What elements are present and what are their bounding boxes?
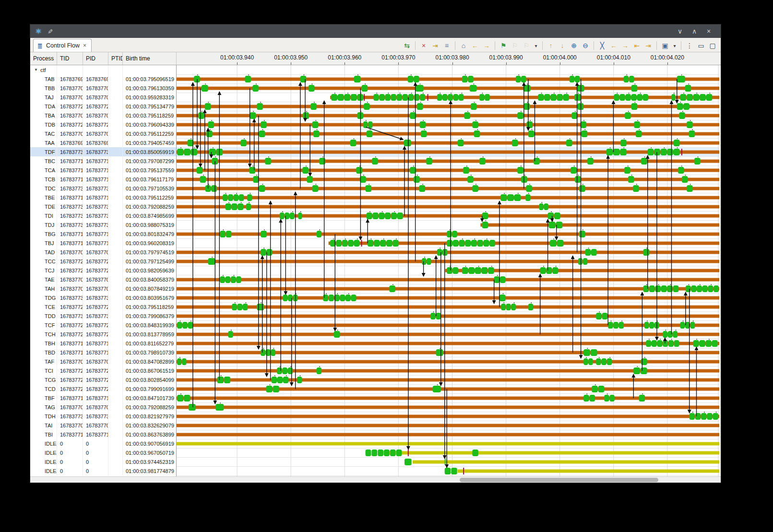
- table-row[interactable]: TAJ16783770716783770701:00:03.959283319: [30, 93, 176, 102]
- table-row[interactable]: TBC16783771016783771001:00:03.797087299: [30, 156, 176, 166]
- birth-time-cell: 01:00:03.811652279: [123, 339, 177, 348]
- table-row[interactable]: TAH16783770516783770501:00:03.807849219: [30, 284, 176, 293]
- zoom-in-button[interactable]: ⊕: [569, 41, 579, 50]
- maximize-view-button[interactable]: ▢: [707, 41, 718, 50]
- table-row[interactable]: TCG16783772416783772401:00:03.802854099: [30, 375, 176, 384]
- scrollbar-thumb[interactable]: [460, 478, 658, 482]
- table-row[interactable]: TCJ16783772716783772701:00:03.982059639: [30, 266, 176, 275]
- time-graph-canvas[interactable]: [177, 65, 719, 476]
- table-row[interactable]: TCC16783772016783772001:00:03.797125499: [30, 257, 176, 266]
- trace-group-row[interactable]: ▼ctf: [30, 65, 176, 74]
- table-row[interactable]: TDD16783773116783773101:00:03.799086379: [30, 311, 176, 320]
- previous-marker-button[interactable]: ⚐: [510, 41, 520, 50]
- select-next-state-change-button[interactable]: →: [481, 41, 492, 50]
- process-name: TDG: [30, 293, 57, 302]
- prev-event-button[interactable]: ⇤: [631, 41, 642, 50]
- select-prev-state-change-button[interactable]: ←: [470, 41, 480, 50]
- table-row[interactable]: TBF16783771316783771301:00:03.847101739: [30, 393, 176, 402]
- reset-time-scale-button[interactable]: ⌂: [458, 41, 469, 50]
- optimize-button[interactable]: ⇆: [402, 41, 412, 50]
- table-row[interactable]: TDH16783773516783773501:00:03.821927979: [30, 412, 176, 421]
- hide-arrows-button[interactable]: ╳: [597, 41, 607, 50]
- new-view-button[interactable]: ▣: [660, 41, 670, 50]
- tid-cell: 167837703: [57, 357, 83, 366]
- column-header-tid[interactable]: TID: [57, 52, 83, 65]
- move-up-button[interactable]: ↑: [546, 41, 556, 50]
- table-row[interactable]: TBG16783771416783771401:00:03.801832479: [30, 229, 176, 238]
- maximize-window-button[interactable]: ∧: [687, 27, 702, 35]
- pin-icon[interactable]: ✎: [47, 29, 54, 34]
- process-name: TBD: [30, 348, 57, 357]
- move-down-button[interactable]: ↓: [557, 41, 568, 50]
- process-name: TDI: [30, 211, 57, 220]
- table-row[interactable]: TCH16783772516783772501:00:03.813778959: [30, 330, 176, 339]
- table-row[interactable]: TDB16783772916783772901:00:03.796094339: [30, 120, 176, 129]
- column-header-birth-time[interactable]: Birth time: [123, 52, 177, 65]
- table-row[interactable]: TCF16783772316783772301:00:03.848319939: [30, 320, 176, 330]
- view-menu-button[interactable]: ⋮: [684, 41, 695, 50]
- table-row[interactable]: TDJ16783773716783773701:00:03.988075319: [30, 220, 176, 229]
- column-header-process[interactable]: Process: [30, 52, 57, 65]
- next-marker-button[interactable]: ⚐: [521, 41, 532, 50]
- table-row[interactable]: TCA16783771816783771801:00:03.795137559: [30, 166, 176, 175]
- column-header-ptid[interactable]: PTID: [108, 52, 123, 65]
- tid-cell: 167837727: [57, 266, 83, 275]
- align-views-button[interactable]: ⇥: [430, 41, 440, 50]
- hide-empty-rows-button[interactable]: ×: [418, 41, 429, 50]
- table-row[interactable]: TBH16783771516783771501:00:03.811652279: [30, 339, 176, 348]
- table-row[interactable]: TDC16783773016783773001:00:03.797105539: [30, 184, 176, 193]
- table-row[interactable]: TBB16783770916783770901:00:03.796130359: [30, 83, 176, 93]
- table-row[interactable]: TDA16783772816783772801:00:03.795134779: [30, 102, 176, 111]
- table-row[interactable]: TAA16783769816783769801:00:03.794057459: [30, 138, 176, 147]
- ptid-cell: [108, 348, 123, 357]
- table-row[interactable]: TDG16783773416783773401:00:03.803951679: [30, 293, 176, 302]
- table-row[interactable]: TCI16783772616783772601:00:03.867061519: [30, 366, 176, 375]
- table-row[interactable]: TDE16783773216783773201:00:03.792088259: [30, 202, 176, 211]
- table-row[interactable]: TAE16783770216783770201:00:03.840058379: [30, 275, 176, 284]
- table-row[interactable]: TBJ16783771716783771701:00:03.960208319: [30, 238, 176, 248]
- table-row[interactable]: TAI16783770616783770601:00:03.832629079: [30, 421, 176, 430]
- tab-close-icon[interactable]: ×: [83, 42, 86, 49]
- minimize-view-button[interactable]: ▭: [696, 41, 706, 50]
- process-name: TAC: [30, 129, 57, 138]
- birth-time-cell: 01:00:03.797974519: [123, 248, 177, 257]
- table-row[interactable]: IDLE/30001:00:03.967050719: [30, 448, 176, 457]
- horizontal-scrollbar[interactable]: [30, 476, 721, 483]
- table-row[interactable]: IDLE/10001:00:03.974452319: [30, 457, 176, 466]
- table-row[interactable]: TCE16783772216783772201:00:03.795118259: [30, 302, 176, 311]
- expander-triangle-icon[interactable]: ▼: [34, 68, 38, 72]
- table-row[interactable]: TAD16783770116783770101:00:03.797974519: [30, 248, 176, 257]
- column-header-pid[interactable]: PID: [83, 52, 108, 65]
- close-window-button[interactable]: ×: [702, 27, 716, 35]
- table-row[interactable]: TAG16783770416783770401:00:03.792088259: [30, 402, 176, 412]
- table-row[interactable]: TCD16783772116783772101:00:03.799091699: [30, 384, 176, 393]
- table-row[interactable]: TAC16783770016783770001:00:03.795112259: [30, 129, 176, 138]
- table-row[interactable]: TDF16783773316783773301:00:03.850059919: [30, 147, 176, 156]
- table-row[interactable]: TCB16783771916783771901:00:03.796117179: [30, 175, 176, 184]
- follow-prev-event-button[interactable]: ←: [608, 41, 619, 50]
- table-row[interactable]: IDLE/20001:00:03.981774879: [30, 466, 176, 475]
- follow-next-event-button[interactable]: →: [620, 41, 630, 50]
- birth-time-cell: 01:00:03.795137559: [123, 166, 177, 175]
- marker-menu-caret[interactable]: ▾: [533, 41, 539, 50]
- table-row[interactable]: TBD16783771116783771101:00:03.798910739: [30, 348, 176, 357]
- new-view-caret[interactable]: ▾: [671, 41, 678, 50]
- time-axis[interactable]: 01:00:03.94001:00:03.95001:00:03.96001:0…: [177, 52, 721, 65]
- table-row[interactable]: TBE16783771216783771201:00:03.795112259: [30, 193, 176, 202]
- zoom-out-button[interactable]: ⊖: [580, 41, 591, 50]
- toolbar-separator: [681, 41, 681, 50]
- minimize-window-button[interactable]: ∨: [673, 27, 687, 35]
- table-row[interactable]: IDLE/00001:00:03.907056919: [30, 439, 176, 448]
- time-graph[interactable]: [177, 65, 721, 476]
- table-row[interactable]: TAB16783769916783769901:00:03.795096519: [30, 74, 176, 83]
- birth-time-cell: 01:00:03.960208319: [123, 238, 177, 248]
- tid-cell: 167837720: [57, 257, 83, 266]
- table-row[interactable]: TBA16783770816783770801:00:03.795118259: [30, 111, 176, 120]
- show-view-filters-button[interactable]: ≡: [441, 41, 452, 50]
- table-row[interactable]: TDI16783773616783773601:00:03.874985699: [30, 211, 176, 220]
- table-row[interactable]: TAF16783770316783770301:00:03.847082899: [30, 357, 176, 366]
- table-row[interactable]: TBI16783771616783771601:00:03.863763899: [30, 430, 176, 439]
- add-bookmark-button[interactable]: ⚑: [498, 41, 509, 50]
- tab-control-flow[interactable]: ≣ Control Flow ×: [33, 39, 92, 52]
- next-event-button[interactable]: ⇥: [643, 41, 654, 50]
